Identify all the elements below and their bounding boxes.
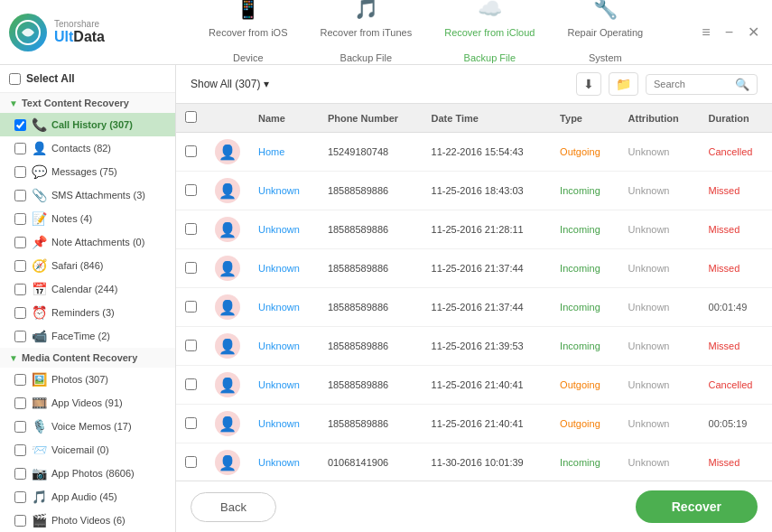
chevron-down-icon: ▾ bbox=[264, 78, 269, 90]
checkbox-voice-memos[interactable] bbox=[14, 421, 26, 433]
nav-tab-icloud[interactable]: ☁️Recover from iCloudBackup File bbox=[428, 0, 551, 75]
icon-sms-attach: 📎 bbox=[32, 188, 46, 202]
label-voice-memos: Voice Memos (17) bbox=[51, 421, 166, 432]
checkbox-voicemail[interactable] bbox=[14, 444, 26, 456]
nav-tab-repair[interactable]: 🔧Repair OperatingSystem bbox=[551, 0, 659, 75]
checkbox-facetime[interactable] bbox=[14, 331, 26, 342]
checkbox-calendar[interactable] bbox=[14, 284, 26, 295]
row-duration-4: 00:01:49 bbox=[700, 288, 772, 327]
brand-name: Tenorshare bbox=[54, 19, 105, 29]
row-checkbox-3[interactable] bbox=[176, 249, 206, 288]
icon-note-attach: 📌 bbox=[32, 235, 46, 249]
checkbox-sms-attach[interactable] bbox=[14, 190, 26, 201]
row-check-3[interactable] bbox=[185, 262, 197, 274]
label-reminders: Reminders (3) bbox=[51, 307, 166, 318]
select-all-checkbox[interactable] bbox=[9, 73, 21, 85]
row-datetime-6: 11-25-2016 21:40:41 bbox=[423, 366, 552, 405]
row-name-0: Home bbox=[249, 133, 319, 172]
checkbox-photo-videos[interactable] bbox=[14, 515, 26, 527]
export-button[interactable]: ⬇ bbox=[576, 72, 601, 96]
row-checkbox-1[interactable] bbox=[176, 172, 206, 210]
row-checkbox-6[interactable] bbox=[176, 366, 206, 405]
checkbox-app-audio[interactable] bbox=[14, 491, 26, 503]
select-all-table-checkbox[interactable] bbox=[185, 111, 197, 123]
header: Tenorshare UltData 📱Recover from iOSDevi… bbox=[0, 0, 772, 65]
sidebar-item-photo-videos[interactable]: 🎬 Photo Videos (6) bbox=[0, 509, 175, 532]
menu-button[interactable]: ≡ bbox=[698, 23, 713, 42]
checkbox-call-history[interactable] bbox=[14, 119, 26, 131]
show-all-button[interactable]: Show All (307) ▾ bbox=[191, 78, 269, 90]
row-check-7[interactable] bbox=[185, 417, 197, 429]
sidebar-item-app-photos[interactable]: 📷 App Photos (8606) bbox=[0, 462, 175, 485]
col-checkbox bbox=[176, 104, 206, 133]
sidebar-item-voicemail[interactable]: 📨 Voicemail (0) bbox=[0, 438, 175, 462]
checkbox-photos[interactable] bbox=[14, 374, 26, 386]
row-type-2: Incoming bbox=[551, 210, 619, 249]
sidebar-item-reminders[interactable]: ⏰ Reminders (3) bbox=[0, 301, 175, 324]
checkbox-messages[interactable] bbox=[14, 166, 26, 178]
sidebar-item-calendar[interactable]: 📅 Calendar (244) bbox=[0, 277, 175, 301]
label-calendar: Calendar (244) bbox=[51, 284, 166, 294]
checkbox-notes[interactable] bbox=[14, 213, 26, 225]
row-checkbox-4[interactable] bbox=[176, 288, 206, 327]
toolbar-right: ⬇ 📁 🔍 bbox=[576, 72, 758, 96]
sidebar-item-app-audio[interactable]: 🎵 App Audio (45) bbox=[0, 485, 175, 509]
row-duration-6: Cancelled bbox=[700, 366, 772, 405]
sidebar-item-notes[interactable]: 📝 Notes (4) bbox=[0, 207, 175, 230]
sidebar-item-facetime[interactable]: 📹 FaceTime (2) bbox=[0, 324, 175, 348]
row-checkbox-2[interactable] bbox=[176, 210, 206, 249]
sidebar-item-safari[interactable]: 🧭 Safari (846) bbox=[0, 254, 175, 277]
row-checkbox-5[interactable] bbox=[176, 327, 206, 366]
row-check-1[interactable] bbox=[185, 184, 197, 196]
checkbox-safari[interactable] bbox=[14, 260, 26, 272]
row-duration-1: Missed bbox=[700, 172, 772, 210]
sidebar-item-messages[interactable]: 💬 Messages (75) bbox=[0, 160, 175, 183]
row-phone-5: 18588589886 bbox=[319, 327, 423, 366]
col-attribution: Attribution bbox=[619, 104, 700, 133]
sidebar-item-note-attach[interactable]: 📌 Note Attachments (0) bbox=[0, 230, 175, 254]
folder-button[interactable]: 📁 bbox=[609, 72, 638, 96]
back-button[interactable]: Back bbox=[191, 492, 276, 522]
tab-label-icloud-line1: Backup File bbox=[464, 51, 516, 64]
row-check-2[interactable] bbox=[185, 223, 197, 235]
minimize-button[interactable]: − bbox=[721, 23, 737, 42]
row-check-4[interactable] bbox=[185, 301, 197, 313]
nav-tab-ios[interactable]: 📱Recover from iOSDevice bbox=[192, 0, 303, 75]
checkbox-app-videos[interactable] bbox=[14, 397, 26, 409]
sidebar-item-app-videos[interactable]: 🎞️ App Videos (91) bbox=[0, 391, 175, 415]
close-button[interactable]: ✕ bbox=[744, 22, 763, 42]
select-all-bar[interactable]: Select All bbox=[0, 65, 175, 93]
avatar-5: 👤 bbox=[215, 333, 240, 359]
sidebar-item-contacts[interactable]: 👤 Contacts (82) bbox=[0, 136, 175, 160]
checkbox-app-photos[interactable] bbox=[14, 468, 26, 480]
row-phone-1: 18588589886 bbox=[319, 172, 423, 210]
sidebar-item-voice-memos[interactable]: 🎙️ Voice Memos (17) bbox=[0, 415, 175, 438]
row-attribution-1: Unknown bbox=[619, 172, 700, 210]
col-avatar bbox=[206, 104, 249, 133]
row-datetime-2: 11-25-2016 21:28:11 bbox=[423, 210, 552, 249]
row-check-0[interactable] bbox=[185, 145, 197, 157]
sidebar-item-sms-attach[interactable]: 📎 SMS Attachments (3) bbox=[0, 183, 175, 207]
checkbox-contacts[interactable] bbox=[14, 143, 26, 154]
checkbox-reminders[interactable] bbox=[14, 307, 26, 319]
sidebar-item-photos[interactable]: 🖼️ Photos (307) bbox=[0, 368, 175, 391]
row-type-1: Incoming bbox=[551, 172, 619, 210]
row-check-6[interactable] bbox=[185, 378, 197, 390]
row-duration-7: 00:05:19 bbox=[700, 405, 772, 443]
row-check-8[interactable] bbox=[185, 456, 197, 468]
row-phone-2: 18588589886 bbox=[319, 210, 423, 249]
row-checkbox-7[interactable] bbox=[176, 405, 206, 443]
row-checkbox-8[interactable] bbox=[176, 443, 206, 481]
search-input[interactable] bbox=[654, 79, 735, 89]
col-type: Type bbox=[551, 104, 619, 133]
nav-tab-itunes[interactable]: 🎵Recover from iTunesBackup File bbox=[304, 0, 429, 75]
row-check-5[interactable] bbox=[185, 340, 197, 351]
sidebar-item-call-history[interactable]: 📞 Call History (307) bbox=[0, 113, 175, 136]
table-row: 👤 Unknown 18588589886 11-25-2016 21:39:5… bbox=[176, 327, 772, 366]
tab-label-ios-line1: Device bbox=[233, 51, 264, 64]
recover-button[interactable]: Recover bbox=[636, 490, 758, 523]
row-checkbox-0[interactable] bbox=[176, 133, 206, 172]
avatar-0: 👤 bbox=[215, 139, 240, 164]
icloud-icon: ☁️ bbox=[478, 0, 502, 23]
checkbox-note-attach[interactable] bbox=[14, 237, 26, 248]
